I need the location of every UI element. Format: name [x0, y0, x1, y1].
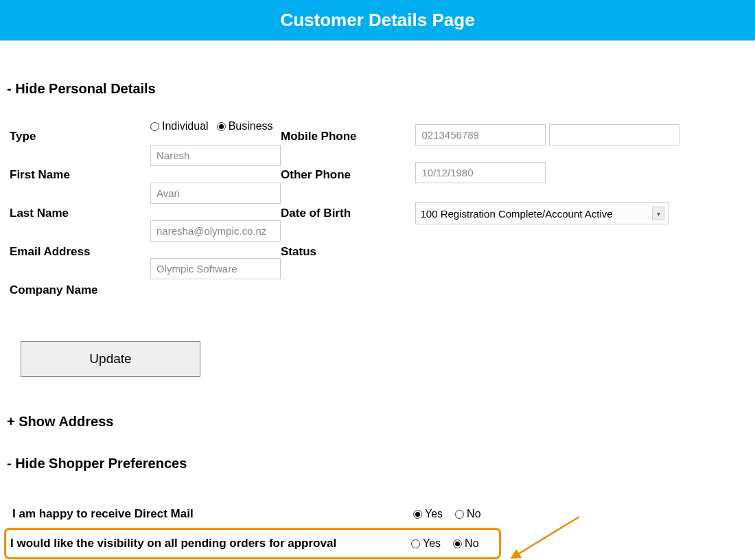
radio-circle-icon [411, 539, 420, 548]
radio-circle-icon [150, 122, 159, 131]
radio-direct-mail-no[interactable]: No [455, 508, 480, 520]
pref-row-pending-orders: I would like the visibility on all pendi… [4, 528, 501, 559]
label-type: Type [10, 130, 150, 143]
pref-row-direct-mail: I am happy to receive Direct Mail Yes No [10, 500, 755, 528]
inputs-col-left: Individual Business [150, 117, 281, 322]
radio-direct-mail-yes[interactable]: Yes [413, 508, 443, 520]
label-company: Company Name [10, 283, 150, 297]
radio-business[interactable]: Business [217, 120, 273, 132]
chevron-down-icon: ▾ [652, 207, 664, 220]
mobile-input[interactable] [415, 124, 546, 145]
radio-circle-selected-icon [453, 539, 462, 548]
inputs-col-right: 100 Registration Complete/Account Active… [415, 117, 755, 322]
radio-individual-label: Individual [162, 120, 209, 132]
last-name-input[interactable] [150, 183, 281, 204]
radio-circle-icon [455, 510, 464, 519]
first-name-input[interactable] [150, 145, 281, 166]
status-selected-value: 100 Registration Complete/Account Active [420, 208, 612, 220]
label-mobile: Mobile Phone [281, 130, 415, 143]
radio-no-label: No [467, 508, 480, 520]
pref-label-pending-orders: I would like the visibility on all pendi… [10, 537, 395, 550]
pref-radios-pending-orders: Yes No [411, 537, 479, 550]
page-header: Customer Details Page [0, 0, 755, 40]
company-input[interactable] [150, 258, 281, 279]
label-last-name: Last Name [10, 207, 150, 220]
pref-label-direct-mail: I am happy to receive Direct Mail [12, 507, 397, 521]
other-phone-input[interactable] [549, 124, 680, 145]
radio-individual[interactable]: Individual [150, 120, 209, 132]
email-input[interactable] [150, 220, 281, 242]
label-first-name: First Name [10, 168, 150, 182]
page-title: Customer Details Page [280, 10, 474, 30]
radio-circle-selected-icon [413, 510, 422, 519]
labels-col-left: Type First Name Last Name Email Address … [10, 117, 150, 322]
toggle-address[interactable]: + Show Address [0, 411, 755, 432]
radio-business-label: Business [229, 120, 273, 132]
label-dob: Date of Birth [281, 207, 415, 220]
radio-pending-yes[interactable]: Yes [411, 537, 441, 550]
label-email: Email Address [10, 245, 150, 259]
radio-yes-label: Yes [423, 537, 441, 550]
personal-details-panel: Type First Name Last Name Email Address … [0, 117, 755, 322]
toggle-shopper-preferences[interactable]: - Hide Shopper Preferences [0, 453, 755, 474]
radio-circle-selected-icon [217, 122, 226, 131]
type-radio-group: Individual Business [150, 117, 281, 145]
status-select[interactable]: 100 Registration Complete/Account Active… [415, 202, 669, 224]
label-other-phone: Other Phone [281, 168, 415, 182]
shopper-preferences-panel: I am happy to receive Direct Mail Yes No… [0, 500, 755, 559]
radio-yes-label: Yes [425, 508, 443, 520]
dob-input[interactable] [415, 162, 546, 183]
toggle-personal-details[interactable]: - Hide Personal Details [0, 78, 755, 100]
label-status: Status [281, 245, 415, 259]
radio-no-label: No [465, 537, 478, 550]
update-button-personal[interactable]: Update [21, 341, 200, 377]
labels-col-right: Mobile Phone Other Phone Date of Birth S… [281, 117, 415, 322]
pref-radios-direct-mail: Yes No [413, 508, 481, 520]
radio-pending-no[interactable]: No [453, 537, 478, 550]
